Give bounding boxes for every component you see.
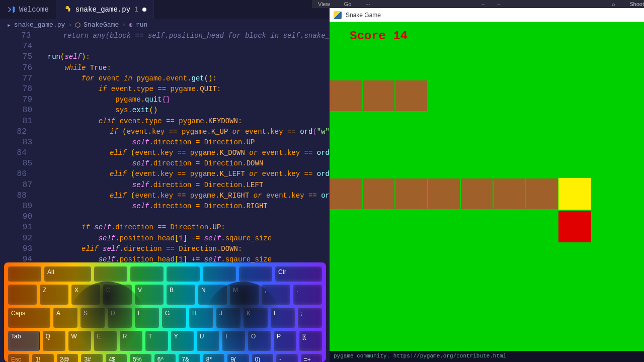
line-number: 87	[10, 180, 39, 190]
tab-suffix: 1	[134, 6, 138, 14]
line-number: 74	[10, 42, 39, 51]
code-editor[interactable]: 73 return any(block == self.position_hea…	[0, 31, 330, 262]
menu-shoot[interactable]: Shoot	[629, 1, 644, 7]
keyboard-overlay: AltCtrZXCVBNM,.CapsASDFGHJKL;TabQWERTYUI…	[4, 262, 326, 362]
snake-segment	[460, 178, 493, 210]
keyboard-key	[130, 266, 164, 282]
snake-segment	[362, 178, 395, 210]
keyboard-key: 1!	[32, 354, 53, 362]
score-label: Score	[350, 29, 386, 43]
snake-head	[558, 178, 591, 210]
window-titlebar[interactable]: Snake Game	[330, 8, 644, 22]
hand-silhouette	[205, 282, 281, 357]
keyboard-key	[94, 266, 127, 282]
code-line[interactable]: 92 self.position_head[1] -= self.sqaure_…	[10, 234, 330, 244]
code-line[interactable]: 93 elif self.direction == Direction.DOWN…	[10, 244, 330, 255]
tab-label: Welcome	[19, 6, 49, 14]
code-line[interactable]: 75 run(self):	[10, 52, 330, 63]
code-line[interactable]: 77 for event in pygame.event.get():	[10, 74, 330, 84]
line-number: 84	[10, 148, 34, 157]
line-number: 82	[10, 127, 34, 136]
keyboard-key	[167, 266, 200, 282]
terminal-text: pygame community. https://pygame.org/con…	[334, 353, 506, 359]
line-number: 88	[10, 191, 34, 200]
line-number: 91	[10, 223, 39, 232]
snake-segment	[330, 80, 362, 112]
snake-segment	[330, 178, 362, 210]
code-line[interactable]: 84 elif (event.key == pygame.K_DOWN or e…	[10, 148, 330, 159]
line-number: 85	[10, 159, 39, 168]
code-line[interactable]: 91 if self.direction == Direction.UP:	[10, 223, 330, 233]
keyboard-key: B	[167, 285, 195, 305]
code-line[interactable]: 86 elif (event.key == pygame.K_LEFT or e…	[10, 169, 330, 180]
keyboard-key: Ctr	[275, 266, 322, 282]
game-canvas[interactable]: Score 14	[330, 22, 644, 352]
menu-go[interactable]: Go	[344, 1, 352, 7]
keyboard-key: .	[293, 285, 322, 305]
line-number: 79	[10, 95, 39, 104]
snake-segment	[493, 178, 526, 210]
svg-point-0	[66, 7, 66, 8]
code-line[interactable]: 74	[10, 42, 330, 52]
line-number: 80	[10, 106, 39, 115]
breadcrumb-method[interactable]: run	[136, 21, 147, 29]
keyboard-key: Z	[40, 285, 68, 305]
nav-back-icon[interactable]: ←	[480, 1, 486, 7]
line-number: 90	[10, 212, 39, 221]
keyboard-key: Caps	[8, 308, 50, 328]
menu-more[interactable]: ···	[365, 1, 370, 7]
code-line[interactable]: 76 while True:	[10, 63, 330, 74]
code-line[interactable]: 90	[10, 212, 330, 223]
score-display: Score 14	[350, 29, 408, 43]
score-value: 14	[393, 29, 408, 43]
keyboard-key	[8, 266, 41, 282]
keyboard-key: Tab	[8, 331, 40, 351]
keyboard-key: 0)	[252, 354, 273, 362]
code-line[interactable]: 79 pygame.quit{}	[10, 95, 330, 106]
pygame-icon	[334, 11, 342, 19]
keyboard-key: G	[162, 308, 186, 328]
code-line[interactable]: 78 if event.type == pygame.QUIT:	[10, 84, 330, 95]
code-line[interactable]: 85 self.direction = Direction.DOWN	[10, 159, 330, 169]
snake-segment	[428, 178, 460, 210]
breadcrumb[interactable]: ▸ snake_game.py › ⬡ SnakeGame › ⊕ run	[0, 19, 330, 31]
code-line[interactable]: 89 self.direction = Direction.RIGHT	[10, 202, 330, 212]
keyboard-key: 5%	[130, 354, 151, 362]
food	[558, 211, 591, 242]
line-number: 94	[10, 255, 39, 262]
keyboard-key: Q	[43, 331, 65, 351]
keyboard-key: -_	[276, 354, 297, 362]
keyboard-key: =+	[301, 354, 322, 362]
nav-forward-icon[interactable]: →	[496, 1, 502, 7]
menu-view[interactable]: View	[318, 1, 330, 7]
keyboard-key	[8, 285, 37, 305]
code-line[interactable]: 80 sys.exit()	[10, 106, 330, 116]
snake-segment	[362, 80, 395, 112]
tab-snake-game[interactable]: snake_game.py 1	[56, 0, 154, 19]
line-number: 73	[10, 31, 38, 40]
code-line[interactable]: 73 return any(block == self.position_hea…	[10, 31, 330, 42]
tab-bar: Welcome snake_game.py 1	[0, 0, 330, 19]
line-number: 78	[10, 84, 39, 94]
code-line[interactable]: 94 self.position_head[1] += self.sqaure_…	[10, 255, 330, 262]
search-icon[interactable]: ⌕	[612, 1, 615, 7]
code-line[interactable]: 81 elif event.type == pygame.KEYDOWN:	[10, 117, 330, 127]
keyboard-key: Esc	[8, 354, 29, 362]
method-icon: ⊕	[129, 21, 133, 29]
chevron-right-icon: ›	[68, 21, 72, 29]
keyboard-key	[203, 266, 236, 282]
keyboard-key	[239, 266, 272, 282]
code-line[interactable]: 83 self.direction = Direction.UP	[10, 138, 330, 148]
line-number: 77	[10, 74, 39, 83]
breadcrumb-file[interactable]: snake_game.py	[14, 21, 65, 29]
code-line[interactable]: 82 if (event.key == pygame.K_UP or event…	[10, 127, 330, 138]
line-number: 93	[10, 244, 39, 253]
terminal-output[interactable]: pygame community. https://pygame.org/con…	[330, 351, 644, 362]
tab-welcome[interactable]: Welcome	[0, 0, 56, 19]
hand-silhouette	[69, 282, 145, 357]
line-number: 92	[10, 234, 39, 243]
breadcrumb-class[interactable]: SnakeGame	[84, 21, 119, 29]
editor-pane: Welcome snake_game.py 1 ▸ snake_game.py …	[0, 0, 330, 362]
code-line[interactable]: 87 self.direction = Direction.LEFT	[10, 180, 330, 191]
code-line[interactable]: 88 elif (event.key == pygame.K_RIGHT or …	[10, 191, 330, 202]
